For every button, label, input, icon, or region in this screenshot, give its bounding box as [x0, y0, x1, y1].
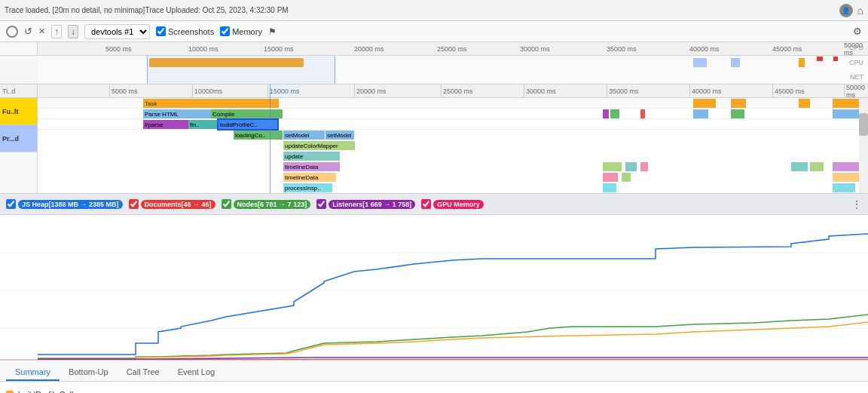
memory-header: JS Heap[1388 MB → 2385 MB] Documents[46 … — [0, 194, 868, 215]
documents-checkbox-label[interactable]: Documents[46 → 46] — [129, 199, 215, 209]
memory-checkbox-label[interactable]: Memory — [220, 26, 262, 36]
download-icon[interactable]: ↓ — [68, 25, 78, 38]
topbar-icons: 👤 ⌂ — [839, 4, 863, 17]
bottom-tabs: Summary Bottom-Up Call Tree Event Log — [0, 361, 868, 382]
listeners-badge: Listeners[1 669 → 1 758] — [329, 200, 415, 209]
flame-bars: Task Parse HTML Compile #parse — [38, 98, 868, 193]
listeners-checkbox-label[interactable]: Listeners[1 669 → 1 758] — [316, 199, 415, 209]
gpu-checkbox[interactable] — [421, 199, 431, 209]
gpu-badge: GPU Memory — [433, 200, 484, 209]
lane-label-fu: Fu..lt — [0, 98, 37, 125]
tab-eventlog[interactable]: Event Log — [169, 364, 225, 381]
ruler-label: Ti..d — [0, 84, 37, 98]
screenshots-checkbox-label[interactable]: Screenshots — [156, 26, 214, 36]
upload-icon[interactable]: ↑ — [51, 25, 62, 38]
js-heap-badge: JS Heap[1388 MB → 2385 MB] — [18, 200, 123, 209]
devtools-select[interactable]: devtools #1 — [84, 24, 150, 39]
cursor-line-left — [270, 84, 270, 193]
bottom-item: buildProfileCalls — [6, 390, 78, 393]
record-icon[interactable] — [6, 26, 18, 38]
user-icon[interactable]: 👤 — [839, 4, 853, 17]
topbar: Trace loaded. [20m no detail, no minimap… — [0, 0, 868, 21]
bottom-item-label: buildProfileCalls — [18, 390, 78, 393]
tab-calltree[interactable]: Call Tree — [118, 364, 169, 381]
topbar-trace-info: Trace loaded. [20m no detail, no minimap… — [5, 6, 835, 14]
vertical-scrollbar[interactable] — [859, 98, 868, 193]
memory-checkbox[interactable] — [220, 26, 230, 36]
listeners-checkbox[interactable] — [316, 199, 326, 209]
flag-icon[interactable]: ⚑ — [268, 26, 277, 37]
home-icon[interactable]: ⌂ — [857, 5, 863, 17]
memory-graph — [0, 215, 868, 361]
memory-menu-icon[interactable]: ⋮ — [851, 198, 862, 210]
documents-badge: Documents[46 → 46] — [141, 200, 215, 209]
gpu-checkbox-label[interactable]: GPU Memory — [421, 199, 484, 209]
trace-main: Ti..d Fu..lt Pr...d 5000 ms 10000ms 1500… — [0, 84, 868, 194]
tab-summary[interactable]: Summary — [6, 364, 60, 381]
nodes-badge: Nodes[6 781 → 7 123] — [234, 200, 311, 209]
documents-checkbox[interactable] — [129, 199, 139, 209]
screenshots-checkbox[interactable] — [156, 26, 166, 36]
nodes-checkbox-label[interactable]: Nodes[6 781 → 7 123] — [222, 199, 311, 209]
bottom-content: buildProfileCalls — [0, 382, 868, 393]
js-heap-checkbox[interactable] — [6, 199, 16, 209]
tab-bottomup[interactable]: Bottom-Up — [60, 364, 118, 381]
trace-content[interactable]: 5000 ms 10000ms 15000 ms 20000 ms 25000 … — [38, 84, 868, 193]
lane-label-pr: Pr...d — [0, 125, 37, 152]
overview-bar: CPU NET — [0, 56, 868, 84]
clear-icon[interactable]: ✕ — [38, 26, 45, 36]
settings-icon[interactable]: ⚙ — [853, 26, 862, 37]
lane-labels: Ti..d Fu..lt Pr...d — [0, 84, 38, 193]
toolbar: ↺ ✕ ↑ ↓ devtools #1 Screenshots Memory ⚑… — [0, 21, 868, 42]
nodes-checkbox[interactable] — [222, 199, 231, 209]
timeline-ruler: 5000 ms 10000 ms 15000 ms 20000 ms 25000… — [0, 42, 868, 56]
js-heap-checkbox-label[interactable]: JS Heap[1388 MB → 2385 MB] — [6, 199, 123, 209]
reload-icon[interactable]: ↺ — [24, 26, 32, 37]
sub-ruler: 5000 ms 10000ms 15000 ms 20000 ms 25000 … — [38, 84, 868, 98]
